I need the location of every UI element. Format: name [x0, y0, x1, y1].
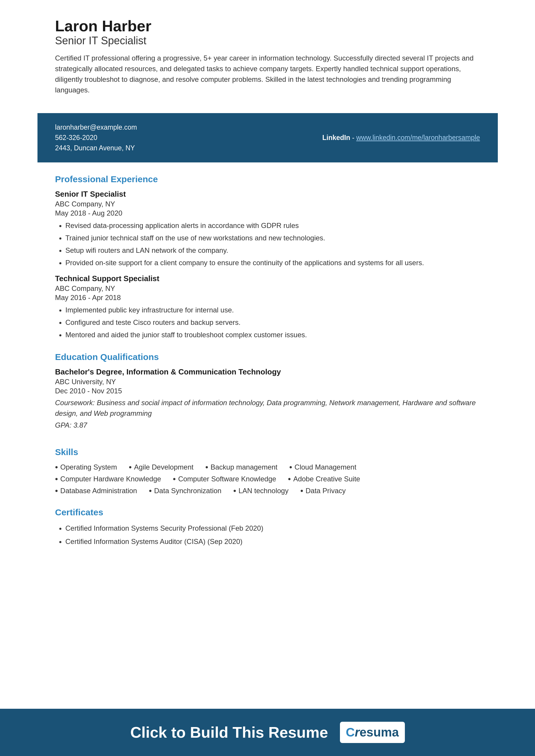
candidate-title: Senior IT Specialist	[55, 35, 480, 47]
footer-cta-text: Click to Build This Resume	[130, 723, 328, 741]
skills-row-3: Database Administration Data Synchroniza…	[55, 486, 480, 496]
certificate-item: Certified Information Systems Security P…	[66, 523, 480, 534]
linkedin-label: LinkedIn	[322, 134, 350, 141]
edu-gpa: GPA: 3.87	[55, 421, 480, 429]
skill-item: Data Synchronization	[149, 486, 221, 496]
bullet: Setup wifi routers and LAN network of th…	[66, 245, 480, 256]
contact-address: 2443, Duncan Avenue, NY	[55, 144, 137, 152]
certificate-item: Certified Information Systems Auditor (C…	[66, 536, 480, 547]
skills-section: Operating System Agile Development Backu…	[55, 463, 480, 496]
skill-item: Backup management	[205, 463, 278, 472]
job-bullets-2: Implemented public key infrastructure fo…	[55, 305, 480, 340]
skills-row-2: Computer Hardware Knowledge Computer Sof…	[55, 474, 480, 484]
bullet: Revised data-processing application aler…	[66, 220, 480, 231]
contact-email: laronharber@example.com	[55, 123, 137, 132]
skill-item: Computer Software Knowledge	[173, 474, 276, 484]
footer-logo: Cr esuma	[340, 722, 405, 743]
contact-bar: laronharber@example.com 562-326-2020 244…	[38, 113, 498, 163]
contact-left: laronharber@example.com 562-326-2020 244…	[55, 123, 137, 152]
experience-heading: Professional Experience	[55, 174, 480, 184]
logo-esuma: esuma	[359, 725, 399, 740]
education-entry: Bachelor's Degree, Information & Communi…	[55, 367, 480, 429]
bullet: Mentored and aided the junior staff to t…	[66, 330, 480, 340]
skills-row-1: Operating System Agile Development Backu…	[55, 463, 480, 472]
candidate-summary: Certified IT professional offering a pro…	[55, 53, 480, 95]
edu-degree: Bachelor's Degree, Information & Communi…	[55, 367, 480, 377]
job-title-2: Technical Support Specialist	[55, 274, 480, 283]
job-entry-2: Technical Support Specialist ABC Company…	[55, 274, 480, 340]
bullet: Trained junior technical staff on the us…	[66, 233, 480, 243]
bullet: Provided on-site support for a client co…	[66, 257, 480, 268]
job-bullets-1: Revised data-processing application aler…	[55, 220, 480, 268]
skills-heading: Skills	[55, 447, 480, 457]
bullet: Implemented public key infrastructure fo…	[66, 305, 480, 316]
job-entry-1: Senior IT Specialist ABC Company, NY May…	[55, 190, 480, 268]
skill-item: Data Privacy	[300, 486, 346, 496]
skill-item: Operating System	[55, 463, 117, 472]
skill-item: Computer Hardware Knowledge	[55, 474, 161, 484]
bullet: Configured and teste Cisco routers and b…	[66, 317, 480, 328]
skill-item: Cloud Management	[289, 463, 356, 472]
certificates-list: Certified Information Systems Security P…	[55, 523, 480, 547]
edu-university: ABC University, NY	[55, 378, 480, 386]
contact-phone: 562-326-2020	[55, 134, 137, 142]
footer-banner[interactable]: Click to Build This Resume Cr esuma	[0, 709, 535, 756]
skill-item: Database Administration	[55, 486, 137, 496]
candidate-name: Laron Harber	[55, 18, 480, 35]
edu-dates: Dec 2010 - Nov 2015	[55, 387, 480, 395]
job-company-1: ABC Company, NY	[55, 200, 480, 208]
contact-linkedin: LinkedIn - www.linkedin.com/me/laronharb…	[322, 134, 480, 142]
job-title-1: Senior IT Specialist	[55, 190, 480, 199]
job-dates-2: May 2016 - Apr 2018	[55, 293, 480, 302]
job-company-2: ABC Company, NY	[55, 285, 480, 293]
skill-item: LAN technology	[233, 486, 288, 496]
skill-item: Agile Development	[129, 463, 193, 472]
certificates-heading: Certificates	[55, 507, 480, 517]
job-dates-1: May 2018 - Aug 2020	[55, 209, 480, 217]
resume-header: Laron Harber Senior IT Specialist Certif…	[38, 18, 498, 104]
main-content: Professional Experience Senior IT Specia…	[38, 163, 498, 561]
skill-item: Adobe Creative Suite	[288, 474, 360, 484]
education-heading: Education Qualifications	[55, 352, 480, 362]
logo-cr: Cr	[346, 725, 360, 740]
linkedin-url[interactable]: www.linkedin.com/me/laronharbersample	[356, 134, 480, 141]
edu-coursework: Coursework: Business and social impact o…	[55, 398, 480, 419]
